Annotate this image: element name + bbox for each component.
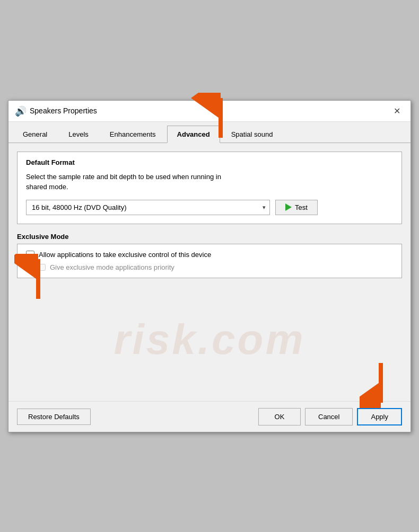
title-bar-left: 🔊 Speakers Properties [15,105,97,116]
exclusive-mode-label: Exclusive Mode [17,233,402,241]
tab-advanced[interactable]: Advanced [167,126,220,143]
watermark-text: risk.com [114,315,305,364]
tab-enhancements[interactable]: Enhancements [100,126,166,143]
apply-button-wrapper: OK Cancel Apply [258,408,402,425]
watermark-area: risk.com [17,287,402,393]
format-row: 16 bit, 48000 Hz (DVD Quality) 16 bit, 4… [26,200,393,215]
test-button-label: Test [295,203,308,211]
bottom-bar: Restore Defaults OK Cancel Apply [8,401,411,432]
format-select-wrapper: 16 bit, 48000 Hz (DVD Quality) 16 bit, 4… [26,200,270,215]
tab-levels[interactable]: Levels [58,126,99,143]
play-icon [285,203,292,211]
apply-button[interactable]: Apply [357,408,402,425]
content-area: Default Format Select the sample rate an… [8,143,411,401]
test-button[interactable]: Test [275,200,318,215]
format-select[interactable]: 16 bit, 48000 Hz (DVD Quality) 16 bit, 4… [26,200,270,215]
tab-bar: General Levels Enhancements Advanced Spa… [8,122,411,143]
cancel-button[interactable]: Cancel [305,408,353,425]
exclusive-control-checkbox[interactable] [26,251,34,259]
action-buttons: OK Cancel Apply [258,408,402,425]
checkbox-row-1: Allow applications to take exclusive con… [26,251,393,259]
exclusive-mode-wrapper: Exclusive Mode Allow applications to tak… [17,233,402,278]
default-format-section: Default Format Select the sample rate an… [17,152,402,224]
exclusive-control-label[interactable]: Allow applications to take exclusive con… [39,251,211,259]
window-title: Speakers Properties [30,107,97,115]
tab-general[interactable]: General [13,126,57,143]
ok-button[interactable]: OK [258,408,301,425]
exclusive-priority-label: Give exclusive mode applications priorit… [50,263,174,271]
tab-spatial-sound[interactable]: Spatial sound [221,126,283,143]
exclusive-priority-checkbox[interactable] [39,264,46,271]
speakers-properties-window: 🔊 Speakers Properties ✕ General Levels E… [8,100,411,432]
default-format-label: Default Format [26,158,393,166]
restore-defaults-button[interactable]: Restore Defaults [17,409,91,425]
default-format-description: Select the sample rate and bit depth to … [26,172,393,192]
title-bar: 🔊 Speakers Properties ✕ [8,101,411,122]
exclusive-mode-section: Allow applications to take exclusive con… [17,244,402,278]
speaker-icon: 🔊 [15,105,25,116]
tab-bar-container: General Levels Enhancements Advanced Spa… [8,122,411,143]
window-content: Default Format Select the sample rate an… [8,143,411,432]
checkbox-row-2: Give exclusive mode applications priorit… [26,263,393,271]
close-button[interactable]: ✕ [389,103,404,118]
